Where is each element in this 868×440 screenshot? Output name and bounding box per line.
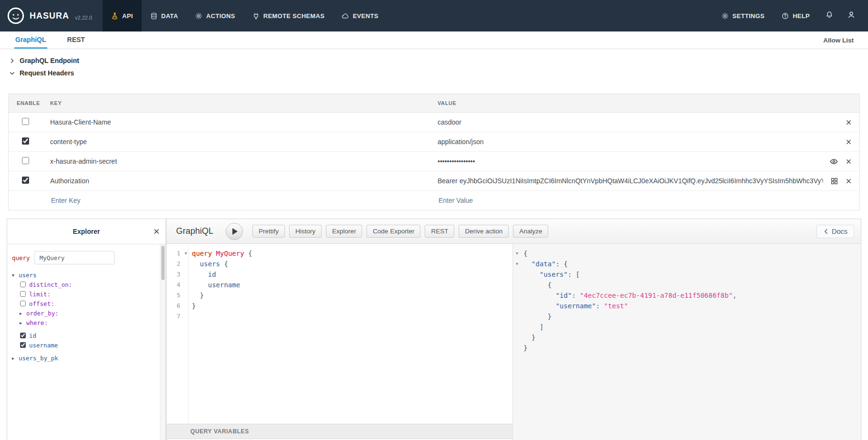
nav-item-label: HELP: [793, 12, 810, 20]
toolbar-analyze-button[interactable]: Analyze: [513, 225, 548, 238]
col-enable: ENABLE: [9, 100, 43, 106]
fold-spacer: [516, 322, 523, 332]
new-header-value-input[interactable]: [438, 196, 833, 205]
explorer-item-label: distinct_on:: [29, 281, 72, 288]
close-icon[interactable]: [846, 119, 852, 126]
explorer-item-checkbox[interactable]: [20, 291, 26, 297]
graphql-endpoint-section[interactable]: GraphQL Endpoint: [10, 54, 79, 67]
nav-item-data[interactable]: DATA: [142, 0, 187, 31]
allow-list-link[interactable]: Allow List: [823, 31, 854, 49]
explorer-item-checkbox[interactable]: [20, 333, 26, 338]
header-value[interactable]: casdoor: [438, 118, 838, 126]
explorer-item-users-by-pk[interactable]: ▸users_by_pk: [12, 353, 160, 363]
triangle-right-icon[interactable]: ▸: [12, 356, 19, 361]
query-variables-bar[interactable]: QUERY VARIABLES: [167, 424, 512, 439]
header-enable-checkbox[interactable]: [22, 137, 29, 145]
eye-icon[interactable]: [830, 157, 838, 166]
header-enable-checkbox[interactable]: [22, 157, 29, 164]
header-key[interactable]: content-type: [50, 138, 87, 146]
query-variables-label: QUERY VARIABLES: [190, 428, 249, 435]
explorer-item-limit[interactable]: limit:: [12, 289, 160, 299]
triangle-right-icon[interactable]: ▸: [20, 320, 26, 325]
header-value[interactable]: Bearer eyJhbGciOiJSUzI1NiIsImtpZCI6ImNlc…: [438, 177, 823, 185]
line-number: 2: [167, 259, 188, 269]
header-key[interactable]: x-hasura-admin-secret: [50, 157, 117, 165]
hasura-logo-block[interactable]: HASURA v2.22.0: [0, 0, 103, 31]
header-value[interactable]: application/json: [438, 138, 838, 146]
toolbar-prettify-button[interactable]: Prettify: [252, 225, 285, 238]
header-value[interactable]: ••••••••••••••••: [438, 157, 822, 165]
toolbar-explorer-button[interactable]: Explorer: [326, 225, 362, 238]
explorer-item-offset[interactable]: offset:: [12, 299, 160, 308]
close-icon[interactable]: [846, 139, 852, 145]
toolbar-code-exporter-button[interactable]: Code Exporter: [366, 225, 420, 238]
explorer-item-checkbox[interactable]: [20, 301, 26, 306]
new-header-key-input[interactable]: [50, 196, 420, 205]
explorer-item-where[interactable]: ▸where:: [12, 318, 160, 327]
fold-triangle-icon[interactable]: ▾: [516, 248, 523, 259]
triangle-right-icon[interactable]: ▸: [20, 311, 26, 316]
fold-spacer: [516, 332, 523, 343]
line-number: 4: [167, 280, 188, 290]
nav-item-help[interactable]: HELP: [773, 0, 818, 31]
fold-spacer: [516, 343, 523, 353]
scrollbar[interactable]: [160, 244, 166, 440]
operation-name-input[interactable]: [34, 251, 115, 264]
header-key[interactable]: Authorization: [50, 177, 89, 185]
table-header-row: ENABLE KEY VALUE: [9, 94, 859, 113]
hasura-logo-icon: [7, 7, 25, 25]
tab-rest[interactable]: REST: [66, 31, 86, 49]
query-editor[interactable]: 1▾234567 query MyQuery { users { id user…: [167, 244, 512, 424]
close-icon[interactable]: [846, 158, 852, 165]
docs-button[interactable]: Docs: [816, 225, 854, 238]
nav-item-actions[interactable]: ACTIONS: [187, 0, 244, 31]
nav-item-events[interactable]: EVENTS: [333, 0, 387, 31]
header-enable-checkbox[interactable]: [22, 177, 29, 184]
nav-item-remote-schemas[interactable]: REMOTE SCHEMAS: [244, 0, 333, 31]
new-header-row: [9, 191, 859, 210]
header-key[interactable]: Hasura-Client-Name: [50, 118, 111, 126]
scrollbar-thumb[interactable]: [161, 246, 165, 280]
request-headers-section[interactable]: Request Headers: [10, 67, 79, 79]
response-line: "users": [: [516, 269, 861, 280]
notifications-button[interactable]: [818, 0, 840, 31]
explorer-title: Explorer: [73, 228, 100, 235]
execute-query-button[interactable]: [226, 223, 243, 240]
version-label: v2.22.0: [75, 15, 92, 21]
close-icon[interactable]: [846, 178, 852, 184]
explorer-item-distinct-on[interactable]: distinct_on:: [12, 280, 160, 289]
editor-code[interactable]: query MyQuery { users { id username }}: [188, 244, 252, 424]
nav-item-settings[interactable]: SETTINGS: [713, 0, 773, 31]
code-line: }: [192, 301, 252, 311]
header-enable-checkbox[interactable]: [22, 118, 29, 125]
explorer-item-users[interactable]: ▾users: [12, 270, 160, 280]
explorer-item-checkbox[interactable]: [20, 282, 26, 287]
response-line: "id": "4ec7ccee-ec7b-4191-a78d-e11f50686…: [516, 290, 861, 301]
nav-item-api[interactable]: API: [103, 0, 142, 31]
toolbar-derive-action-button[interactable]: Derive action: [459, 225, 509, 238]
explorer-item-id[interactable]: id: [12, 331, 160, 340]
response-line: }: [516, 332, 861, 343]
line-number: 6: [167, 301, 188, 311]
fold-triangle-icon[interactable]: ▾: [516, 259, 523, 269]
explorer-item-username[interactable]: username: [12, 340, 160, 350]
sections: GraphQL Endpoint Request Headers: [10, 54, 79, 79]
close-icon[interactable]: [153, 228, 160, 235]
explorer-item-order-by[interactable]: ▸order_by:: [12, 308, 160, 318]
explorer-header: Explorer: [7, 219, 166, 244]
code-line: id: [192, 269, 252, 280]
triangle-down-icon[interactable]: ▾: [12, 272, 19, 278]
response-line: ▾{: [516, 248, 861, 259]
fold-spacer: [516, 290, 523, 301]
toolbar-rest-button[interactable]: REST: [425, 225, 454, 238]
fold-spacer: [516, 311, 523, 322]
account-button[interactable]: [840, 0, 862, 31]
operation-type-label: query: [12, 254, 30, 262]
database-icon: [150, 12, 157, 20]
explorer-item-checkbox[interactable]: [20, 342, 26, 348]
decode-jwt-icon[interactable]: [831, 178, 838, 185]
fold-triangle-icon[interactable]: ▾: [185, 248, 187, 259]
response-line: }: [516, 311, 861, 322]
tab-graphiql[interactable]: GraphiQL: [14, 31, 47, 49]
toolbar-history-button[interactable]: History: [289, 225, 322, 238]
